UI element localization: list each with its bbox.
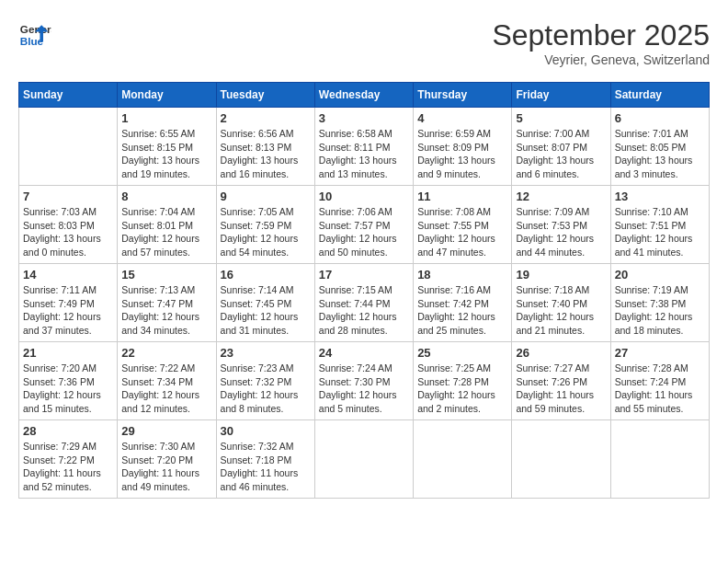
calendar-cell: 8Sunrise: 7:04 AM Sunset: 8:01 PM Daylig… — [118, 186, 216, 264]
day-number: 19 — [516, 268, 606, 282]
week-row-4: 28Sunrise: 7:29 AM Sunset: 7:22 PM Dayli… — [19, 420, 710, 499]
calendar-cell: 30Sunrise: 7:32 AM Sunset: 7:18 PM Dayli… — [216, 420, 314, 499]
calendar-cell: 14Sunrise: 7:11 AM Sunset: 7:49 PM Dayli… — [19, 264, 118, 342]
calendar-cell: 3Sunrise: 6:58 AM Sunset: 8:11 PM Daylig… — [314, 108, 413, 186]
week-row-3: 21Sunrise: 7:20 AM Sunset: 7:36 PM Dayli… — [19, 342, 710, 420]
calendar-cell: 9Sunrise: 7:05 AM Sunset: 7:59 PM Daylig… — [216, 186, 314, 264]
calendar-header: SundayMondayTuesdayWednesdayThursdayFrid… — [19, 83, 710, 108]
day-info: Sunrise: 7:22 AM Sunset: 7:34 PM Dayligh… — [121, 362, 211, 416]
svg-text:General: General — [20, 23, 51, 35]
day-number: 16 — [221, 268, 311, 282]
day-number: 26 — [516, 346, 606, 360]
weekday-header-thursday: Thursday — [414, 83, 512, 108]
day-info: Sunrise: 7:16 AM Sunset: 7:42 PM Dayligh… — [417, 283, 507, 338]
day-info: Sunrise: 7:24 AM Sunset: 7:30 PM Dayligh… — [319, 362, 409, 416]
calendar-cell — [19, 108, 118, 186]
day-number: 1 — [121, 111, 211, 125]
page-header: General Blue September 2025 Veyrier, Gen… — [18, 18, 710, 67]
day-info: Sunrise: 6:56 AM Sunset: 8:13 PM Dayligh… — [221, 127, 311, 181]
day-number: 22 — [121, 346, 211, 360]
calendar-cell: 13Sunrise: 7:10 AM Sunset: 7:51 PM Dayli… — [610, 186, 709, 264]
day-info: Sunrise: 7:27 AM Sunset: 7:26 PM Dayligh… — [516, 362, 606, 416]
calendar-body: 1Sunrise: 6:55 AM Sunset: 8:15 PM Daylig… — [19, 108, 710, 499]
day-info: Sunrise: 7:04 AM Sunset: 8:01 PM Dayligh… — [121, 205, 211, 259]
calendar-cell: 2Sunrise: 6:56 AM Sunset: 8:13 PM Daylig… — [216, 108, 314, 186]
day-info: Sunrise: 7:19 AM Sunset: 7:38 PM Dayligh… — [615, 283, 705, 338]
calendar-cell: 10Sunrise: 7:06 AM Sunset: 7:57 PM Dayli… — [314, 186, 413, 264]
day-info: Sunrise: 7:30 AM Sunset: 7:20 PM Dayligh… — [121, 440, 211, 494]
day-info: Sunrise: 6:59 AM Sunset: 8:09 PM Dayligh… — [417, 127, 507, 181]
day-info: Sunrise: 7:14 AM Sunset: 7:45 PM Dayligh… — [221, 283, 311, 338]
calendar-cell: 11Sunrise: 7:08 AM Sunset: 7:55 PM Dayli… — [414, 186, 512, 264]
calendar-cell: 21Sunrise: 7:20 AM Sunset: 7:36 PM Dayli… — [19, 342, 118, 420]
day-number: 8 — [121, 190, 211, 203]
day-number: 6 — [615, 111, 705, 125]
calendar-cell: 4Sunrise: 6:59 AM Sunset: 8:09 PM Daylig… — [414, 108, 512, 186]
calendar-cell — [414, 420, 512, 499]
day-number: 2 — [221, 111, 311, 125]
day-info: Sunrise: 7:25 AM Sunset: 7:28 PM Dayligh… — [417, 362, 507, 416]
day-number: 21 — [23, 346, 113, 360]
day-info: Sunrise: 7:11 AM Sunset: 7:49 PM Dayligh… — [23, 283, 113, 338]
calendar-cell: 25Sunrise: 7:25 AM Sunset: 7:28 PM Dayli… — [414, 342, 512, 420]
calendar-cell: 29Sunrise: 7:30 AM Sunset: 7:20 PM Dayli… — [118, 420, 216, 499]
day-number: 28 — [23, 424, 113, 438]
weekday-header-monday: Monday — [118, 83, 216, 108]
weekday-header-row: SundayMondayTuesdayWednesdayThursdayFrid… — [19, 83, 710, 108]
day-info: Sunrise: 7:10 AM Sunset: 7:51 PM Dayligh… — [615, 205, 705, 259]
weekday-header-friday: Friday — [512, 83, 610, 108]
logo-icon: General Blue — [18, 18, 51, 52]
calendar-cell: 7Sunrise: 7:03 AM Sunset: 8:03 PM Daylig… — [19, 186, 118, 264]
day-info: Sunrise: 7:32 AM Sunset: 7:18 PM Dayligh… — [221, 440, 311, 494]
weekday-header-wednesday: Wednesday — [314, 83, 413, 108]
week-row-0: 1Sunrise: 6:55 AM Sunset: 8:15 PM Daylig… — [19, 108, 710, 186]
day-number: 14 — [23, 268, 113, 282]
weekday-header-saturday: Saturday — [610, 83, 709, 108]
weekday-header-sunday: Sunday — [19, 83, 118, 108]
day-number: 12 — [516, 190, 606, 203]
day-number: 11 — [417, 190, 507, 203]
day-number: 24 — [319, 346, 409, 360]
calendar-cell: 15Sunrise: 7:13 AM Sunset: 7:47 PM Dayli… — [118, 264, 216, 342]
day-info: Sunrise: 7:18 AM Sunset: 7:40 PM Dayligh… — [516, 283, 606, 338]
day-number: 9 — [221, 190, 311, 203]
calendar-cell — [512, 420, 610, 499]
day-number: 25 — [417, 346, 507, 360]
day-number: 3 — [319, 111, 409, 125]
logo: General Blue — [18, 18, 51, 52]
day-info: Sunrise: 7:00 AM Sunset: 8:07 PM Dayligh… — [516, 127, 606, 181]
calendar-cell: 23Sunrise: 7:23 AM Sunset: 7:32 PM Dayli… — [216, 342, 314, 420]
calendar-cell — [314, 420, 413, 499]
calendar-cell: 22Sunrise: 7:22 AM Sunset: 7:34 PM Dayli… — [118, 342, 216, 420]
calendar-cell: 20Sunrise: 7:19 AM Sunset: 7:38 PM Dayli… — [610, 264, 709, 342]
day-info: Sunrise: 7:06 AM Sunset: 7:57 PM Dayligh… — [319, 205, 409, 259]
day-info: Sunrise: 7:15 AM Sunset: 7:44 PM Dayligh… — [319, 283, 409, 338]
month-title: September 2025 — [492, 18, 710, 52]
day-number: 7 — [23, 190, 113, 203]
day-number: 13 — [615, 190, 705, 203]
day-info: Sunrise: 7:20 AM Sunset: 7:36 PM Dayligh… — [23, 362, 113, 416]
calendar-cell — [610, 420, 709, 499]
day-number: 27 — [615, 346, 705, 360]
calendar-cell: 27Sunrise: 7:28 AM Sunset: 7:24 PM Dayli… — [610, 342, 709, 420]
day-info: Sunrise: 7:05 AM Sunset: 7:59 PM Dayligh… — [221, 205, 311, 259]
calendar-cell: 26Sunrise: 7:27 AM Sunset: 7:26 PM Dayli… — [512, 342, 610, 420]
calendar-cell: 1Sunrise: 6:55 AM Sunset: 8:15 PM Daylig… — [118, 108, 216, 186]
day-number: 18 — [417, 268, 507, 282]
day-number: 23 — [221, 346, 311, 360]
day-number: 15 — [121, 268, 211, 282]
day-info: Sunrise: 6:58 AM Sunset: 8:11 PM Dayligh… — [319, 127, 409, 181]
day-number: 29 — [121, 424, 211, 438]
day-info: Sunrise: 7:01 AM Sunset: 8:05 PM Dayligh… — [615, 127, 705, 181]
day-number: 4 — [417, 111, 507, 125]
day-info: Sunrise: 7:03 AM Sunset: 8:03 PM Dayligh… — [23, 205, 113, 259]
week-row-2: 14Sunrise: 7:11 AM Sunset: 7:49 PM Dayli… — [19, 264, 710, 342]
calendar-table: SundayMondayTuesdayWednesdayThursdayFrid… — [18, 82, 710, 499]
calendar-cell: 24Sunrise: 7:24 AM Sunset: 7:30 PM Dayli… — [314, 342, 413, 420]
calendar-cell: 28Sunrise: 7:29 AM Sunset: 7:22 PM Dayli… — [19, 420, 118, 499]
day-info: Sunrise: 7:08 AM Sunset: 7:55 PM Dayligh… — [417, 205, 507, 259]
calendar-cell: 18Sunrise: 7:16 AM Sunset: 7:42 PM Dayli… — [414, 264, 512, 342]
title-block: September 2025 Veyrier, Geneva, Switzerl… — [492, 18, 710, 67]
day-number: 30 — [221, 424, 311, 438]
weekday-header-tuesday: Tuesday — [216, 83, 314, 108]
